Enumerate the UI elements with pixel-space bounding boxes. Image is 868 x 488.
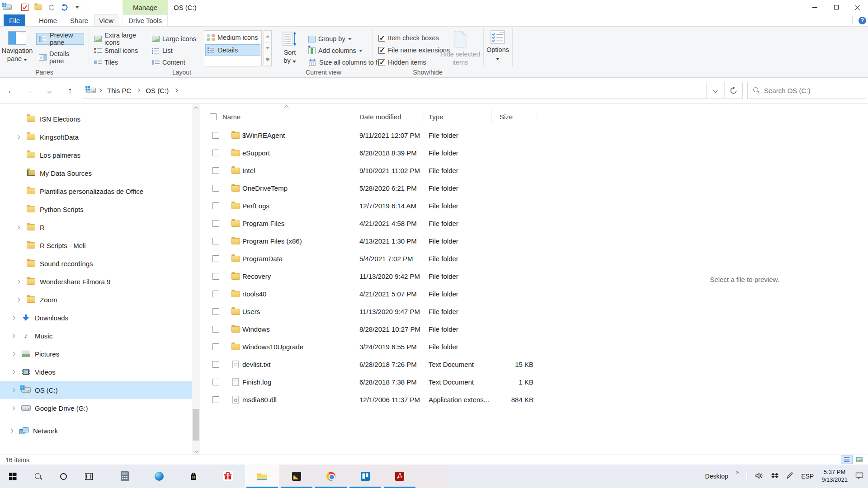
action-center-icon[interactable]: [855, 472, 863, 481]
taskbar-search-button[interactable]: [25, 465, 51, 488]
trello-button[interactable]: [348, 465, 382, 488]
tree-item[interactable]: Python Scripts: [0, 200, 192, 218]
expand-chevron-icon[interactable]: [9, 333, 16, 339]
file-row[interactable]: OneDriveTemp 5/28/2020 6:21 PM File fold…: [200, 179, 621, 197]
tree-item[interactable]: Network: [0, 422, 192, 440]
expand-chevron-icon[interactable]: [9, 387, 16, 393]
file-row[interactable]: Intel 9/10/2021 11:02 PM File folder: [200, 162, 621, 179]
dropbox-icon[interactable]: [771, 473, 778, 480]
refresh-icon[interactable]: [724, 82, 742, 99]
large-icons-button[interactable]: Large icons: [149, 33, 201, 45]
extra-large-icons-button[interactable]: Extra large icons: [91, 33, 148, 45]
expand-chevron-icon[interactable]: [9, 314, 16, 321]
sort-by-button[interactable]: Sortby: [278, 29, 302, 68]
file-row[interactable]: eSupport 6/28/2018 8:39 PM File folder: [200, 144, 621, 162]
volume-icon[interactable]: [755, 472, 764, 481]
expand-chevron-icon[interactable]: [14, 278, 21, 285]
dark-yellow-app-button[interactable]: [279, 465, 314, 488]
address-bar[interactable]: This PC OS (C:): [82, 82, 743, 99]
minimize-button[interactable]: [804, 0, 826, 14]
tree-item[interactable]: OS (C:): [0, 381, 192, 399]
file-explorer-button[interactable]: [245, 465, 279, 488]
up-button[interactable]: ↑: [63, 78, 77, 104]
list-button[interactable]: List: [149, 45, 201, 56]
redo-icon[interactable]: [47, 2, 56, 12]
file-row[interactable]: devlist.txt 6/28/2018 7:26 PM Text Docum…: [200, 356, 621, 373]
maximize-button[interactable]: [826, 0, 847, 14]
expand-chevron-icon[interactable]: [9, 405, 16, 411]
file-row[interactable]: Users 11/13/2020 9:47 PM File folder: [200, 303, 621, 320]
gallery-more-icon[interactable]: [264, 54, 271, 66]
medium-icons-button[interactable]: Medium icons: [205, 32, 260, 43]
scroll-up-icon[interactable]: [192, 104, 200, 112]
expand-chevron-icon[interactable]: [9, 369, 16, 375]
tree-item[interactable]: Downloads: [0, 309, 192, 327]
expand-chevron-icon[interactable]: [9, 351, 16, 357]
tree-item[interactable]: Plantillas personalizadas de Office: [0, 182, 192, 200]
tree-item[interactable]: Wondershare Filmora 9: [0, 272, 192, 291]
breadcrumb-this-pc[interactable]: This PC: [103, 82, 135, 99]
file-row[interactable]: PerfLogs 12/7/2019 6:14 AM File folder: [200, 197, 621, 215]
acrobat-button[interactable]: [382, 465, 417, 488]
tab-share[interactable]: Share: [66, 14, 92, 26]
file-row[interactable]: Finish.log 6/28/2018 7:38 PM Text Docume…: [200, 373, 621, 391]
clock[interactable]: 5:37 PM 9/13/2021: [821, 469, 848, 484]
preview-pane-button[interactable]: Preview pane: [36, 33, 84, 45]
item-check-boxes-checkbox[interactable]: Item check boxes: [376, 32, 442, 44]
drive-icon[interactable]: [3, 2, 12, 12]
gift-app-button[interactable]: [211, 465, 245, 488]
tree-item[interactable]: My Data Sources: [0, 164, 192, 182]
help-icon[interactable]: ?: [859, 17, 866, 24]
content-button[interactable]: Content: [149, 56, 201, 68]
tree-item[interactable]: R: [0, 218, 192, 236]
location-drive-icon[interactable]: [82, 82, 97, 99]
tree-item[interactable]: Pictures: [0, 345, 192, 363]
large-thumbnails-toggle[interactable]: [854, 455, 865, 464]
file-row[interactable]: Recovery 11/13/2020 9:42 PM File folder: [200, 267, 621, 285]
column-header-name[interactable]: Name: [217, 110, 356, 123]
breadcrumb-chevron-icon[interactable]: [174, 89, 178, 92]
file-row[interactable]: Windows10Upgrade 3/24/2019 6:55 PM File …: [200, 338, 621, 356]
options-button[interactable]: Options: [485, 28, 510, 70]
file-row[interactable]: $WinREAgent 9/11/2021 12:07 PM File fold…: [200, 127, 621, 144]
file-row[interactable]: ProgramData 5/4/2021 7:02 PM File folder: [200, 250, 621, 267]
toolbar-overflow-chevron[interactable]: »: [736, 469, 739, 475]
search-box[interactable]: [747, 82, 866, 99]
details-pane-button[interactable]: Details pane: [36, 52, 84, 63]
tree-item[interactable]: Music: [0, 327, 192, 345]
desktop-toolbar-label[interactable]: Desktop: [705, 473, 728, 480]
search-input[interactable]: [764, 87, 854, 94]
manage-contextual-tab[interactable]: Manage: [123, 0, 168, 14]
tree-item[interactable]: Sound recordings: [0, 254, 192, 272]
calculator-button[interactable]: [108, 465, 142, 488]
tiles-button[interactable]: Tiles: [91, 56, 148, 68]
language-indicator[interactable]: ESP: [801, 473, 814, 480]
scrollbar-thumb[interactable]: [193, 409, 199, 441]
details-view-button[interactable]: Details: [205, 44, 260, 56]
expand-chevron-icon[interactable]: [14, 296, 21, 303]
add-columns-button[interactable]: Add columns: [306, 45, 365, 56]
tree-item[interactable]: Google Drive (G:): [0, 399, 192, 417]
microsoft-store-button[interactable]: [176, 465, 211, 488]
hidden-items-checkbox[interactable]: Hidden items: [376, 56, 429, 68]
tab-view[interactable]: View: [94, 14, 118, 26]
group-by-button[interactable]: Group by: [306, 33, 354, 45]
close-button[interactable]: [847, 0, 868, 14]
task-view-button[interactable]: [76, 465, 101, 488]
properties-check-icon[interactable]: [20, 2, 29, 12]
new-folder-icon[interactable]: [33, 2, 42, 12]
expand-chevron-icon[interactable]: [14, 134, 21, 140]
file-row[interactable]: Program Files (x86) 4/13/2021 1:30 PM Fi…: [200, 232, 621, 250]
select-all-checkbox[interactable]: [210, 110, 217, 123]
breadcrumb-chevron-icon[interactable]: [137, 89, 140, 92]
address-dropdown-chevron-icon[interactable]: [706, 82, 724, 99]
expand-chevron-icon[interactable]: [14, 224, 21, 230]
gallery-up-icon[interactable]: [264, 31, 271, 42]
recent-locations-chevron-icon[interactable]: [43, 78, 55, 104]
cortana-button[interactable]: [51, 465, 76, 488]
breadcrumb-chevron-icon[interactable]: [98, 89, 102, 92]
forward-button[interactable]: →: [22, 78, 35, 104]
tree-item[interactable]: Los palmeras: [0, 146, 192, 164]
tab-home[interactable]: Home: [35, 14, 61, 26]
details-view-toggle[interactable]: [841, 455, 853, 464]
